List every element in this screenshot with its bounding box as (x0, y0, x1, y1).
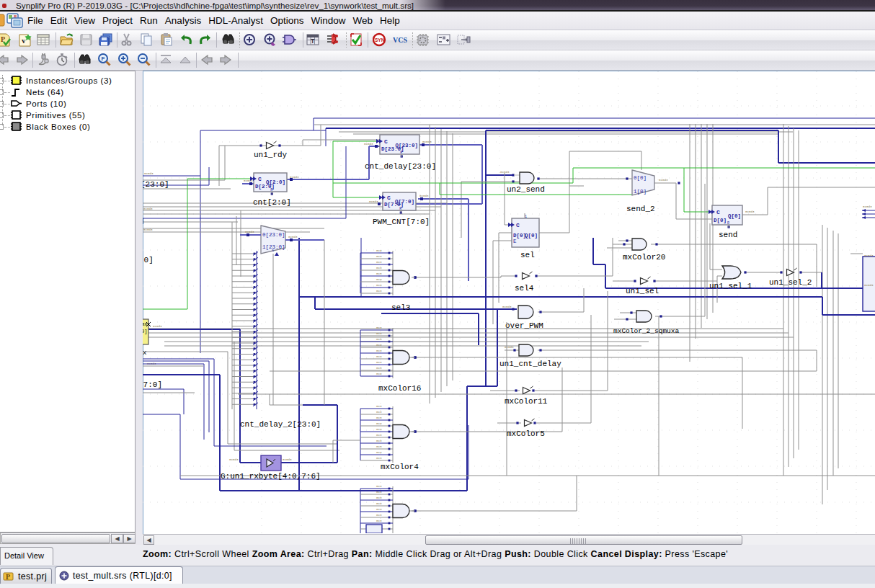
svg-text:0x3: 0x3 (376, 261, 382, 264)
svg-text:[23:0]: [23:0] (143, 180, 169, 189)
svg-text:sel3: sel3 (391, 303, 410, 312)
svg-text:0x3: 0x3 (376, 349, 382, 352)
svg-text:E: E (513, 239, 517, 244)
svg-text:0x3: 0x3 (376, 422, 382, 425)
svg-text:mxColor_2_sqmuxa: mxColor_2_sqmuxa (613, 327, 680, 335)
svg-text:R: R (727, 221, 729, 226)
svg-text:G:un1_rxbyte[4:0,7:6]: G:un1_rxbyte[4:0,7:6] (221, 472, 321, 481)
svg-text:0x3: 0x3 (376, 332, 382, 335)
svg-text:C: C (516, 222, 520, 228)
svg-text:[7:0]: [7:0] (143, 380, 162, 389)
svg-text:0x3: 0x3 (376, 491, 382, 494)
svg-text:Q[0]: Q[0] (525, 233, 538, 239)
svg-text:0x3: 0x3 (376, 344, 382, 347)
svg-text::0]: :0] (143, 256, 154, 264)
svg-text:0x3: 0x3 (376, 457, 382, 460)
svg-text:P: P (6, 573, 11, 581)
svg-text:0x0d3: 0x0d3 (369, 200, 378, 203)
svg-text:Q[23:0]: Q[23:0] (395, 143, 418, 148)
svg-text:sel: sel (520, 251, 535, 259)
svg-text:0x0d3: 0x0d3 (422, 141, 432, 143)
svg-text:un1_sel_2: un1_sel_2 (769, 278, 812, 287)
svg-text:0x3: 0x3 (376, 485, 382, 488)
svg-text:C: C (387, 195, 391, 201)
svg-text:0x3: 0x3 (376, 267, 382, 270)
svg-text:send_2: send_2 (626, 205, 655, 213)
svg-text:C: C (716, 209, 720, 215)
svg-text:0x3: 0x3 (376, 367, 382, 370)
svg-text:0x3: 0x3 (376, 434, 382, 437)
svg-text:Q[2:0]: Q[2:0] (266, 179, 285, 185)
svg-text:0x3: 0x3 (376, 502, 382, 505)
svg-text:F: F (102, 55, 105, 62)
svg-text:D[0]: D[0] (714, 218, 727, 223)
svg-text:0x3: 0x3 (376, 326, 382, 329)
svg-text:0x3: 0x3 (376, 496, 382, 499)
svg-text:0x3: 0x3 (376, 355, 382, 358)
svg-text:0x0d3: 0x0d3 (153, 325, 162, 328)
svg-text:cnt[2:0]: cnt[2:0] (253, 198, 291, 207)
svg-text:s: s (272, 249, 274, 253)
svg-text:un2_send: un2_send (507, 185, 545, 194)
svg-text:0x3: 0x3 (376, 451, 382, 454)
svg-text:0x3: 0x3 (376, 428, 382, 431)
svg-text:0x3: 0x3 (376, 290, 382, 293)
svg-text:sel4: sel4 (515, 284, 534, 293)
svg-text:0x3: 0x3 (376, 508, 382, 511)
svg-text:cnt_delay[23:0]: cnt_delay[23:0] (365, 162, 436, 171)
svg-text:T: T (311, 37, 315, 45)
svg-text:PWM_CNT[7:0]: PWM_CNT[7:0] (373, 218, 430, 226)
svg-text:Q[0]: Q[0] (728, 213, 741, 219)
svg-text:0x3: 0x3 (376, 278, 382, 281)
svg-text:0x3: 0x3 (376, 411, 382, 414)
svg-text:0x3: 0x3 (376, 338, 382, 341)
svg-text:un1_sel_1: un1_sel_1 (709, 282, 752, 290)
svg-text:d: d (143, 218, 144, 226)
svg-text:0x0d3: 0x0d3 (364, 143, 373, 146)
svg-text:mxColor5: mxColor5 (507, 429, 545, 438)
svg-text:SYN: SYN (375, 37, 385, 43)
svg-text:0x3: 0x3 (376, 416, 382, 419)
svg-text:0x3: 0x3 (376, 255, 382, 258)
svg-text:0x0d3: 0x0d3 (502, 306, 512, 308)
svg-text:cnt_delay_2[23:0]: cnt_delay_2[23:0] (240, 420, 321, 429)
svg-text:un1_rdy: un1_rdy (254, 151, 288, 159)
svg-text:0x0d3: 0x0d3 (863, 205, 872, 208)
svg-text:C: C (384, 138, 388, 145)
svg-text:0x0d3: 0x0d3 (143, 228, 153, 231)
svg-text:0x0d3: 0x0d3 (245, 231, 254, 233)
svg-text:0x0d3: 0x0d3 (505, 346, 514, 349)
svg-text:mxColor20: mxColor20 (623, 253, 665, 262)
svg-text:0x3: 0x3 (376, 373, 382, 375)
svg-text:mxColor11: mxColor11 (505, 397, 548, 406)
svg-text:0x0d3: 0x0d3 (143, 208, 153, 210)
svg-text:v: v (22, 36, 26, 45)
svg-text:0[23:0]: 0[23:0] (262, 232, 285, 238)
svg-text:1[0]: 1[0] (634, 189, 647, 195)
svg-text:0x0d3: 0x0d3 (419, 195, 429, 197)
svg-text:Q[7:0]: Q[7:0] (395, 199, 414, 205)
svg-text:0[0]: 0[0] (634, 175, 647, 181)
svg-text:0x0d3: 0x0d3 (659, 179, 668, 182)
svg-text:R: R (270, 188, 272, 192)
svg-text:0x0d3: 0x0d3 (500, 171, 510, 174)
svg-text:0x3: 0x3 (376, 514, 382, 517)
svg-text:un1_sel: un1_sel (626, 287, 659, 295)
svg-text:mxColor16: mxColor16 (378, 384, 421, 393)
svg-text:send: send (719, 231, 737, 239)
svg-text:0x0d3: 0x0d3 (283, 458, 292, 461)
svg-text:0x3: 0x3 (376, 440, 382, 442)
svg-text:0x0d3: 0x0d3 (864, 284, 874, 287)
svg-text:0x3: 0x3 (376, 405, 382, 408)
svg-text:un1_cnt_delay: un1_cnt_delay (499, 360, 561, 368)
svg-text:0x3: 0x3 (376, 249, 382, 252)
svg-text:0x3: 0x3 (376, 272, 382, 275)
svg-text:0]: 0] (143, 329, 147, 334)
svg-text:0x3: 0x3 (376, 520, 382, 522)
svg-text:mxColor4: mxColor4 (381, 463, 419, 471)
svg-text:0x0d3: 0x0d3 (745, 210, 755, 213)
svg-text:0x0d3: 0x0d3 (864, 254, 874, 257)
svg-text:0x3: 0x3 (376, 284, 382, 287)
svg-text:0x0d3: 0x0d3 (229, 458, 239, 461)
svg-text:R: R (400, 151, 402, 155)
